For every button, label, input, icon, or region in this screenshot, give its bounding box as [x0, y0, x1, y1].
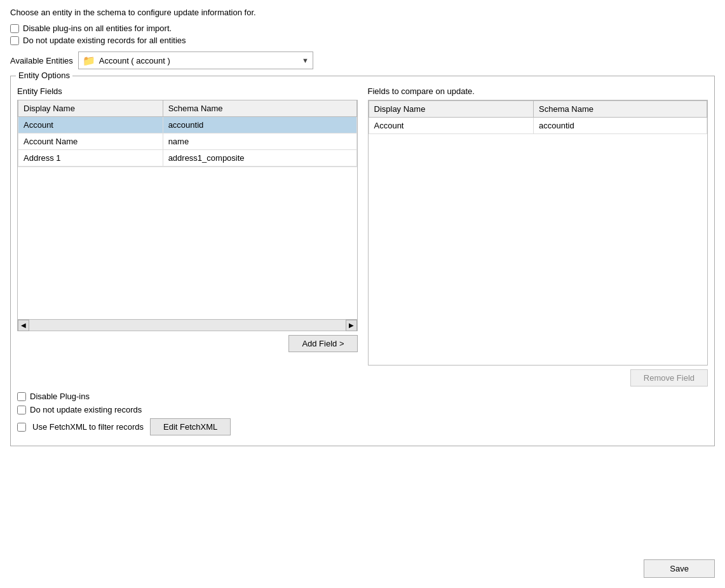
scroll-track[interactable]	[29, 320, 346, 331]
chevron-down-icon: ▼	[302, 57, 309, 64]
entity-bottom-options: Disable Plug-ins Do not update existing …	[17, 392, 708, 435]
schema-name-cell: address1_composite	[163, 150, 356, 167]
entity-fields-table: Display Name Schema Name Accountaccounti…	[18, 100, 357, 167]
scroll-right-arrow[interactable]: ▶	[346, 320, 357, 331]
compare-fields-section: Fields to compare on update. Display Nam…	[368, 86, 708, 386]
disable-plugins-all-label: Disable plug-ins on all entities for imp…	[23, 24, 172, 33]
compare-fields-label: Fields to compare on update.	[368, 86, 708, 96]
disable-plugins-all-checkbox[interactable]	[10, 24, 19, 33]
do-not-update-all-label: Do not update existing records for all e…	[23, 36, 186, 45]
folder-icon: 📁	[83, 55, 95, 67]
entity-dropdown-text: Account ( account )	[99, 56, 298, 65]
do-not-update-row: Do not update existing records	[17, 405, 708, 414]
table-row[interactable]: Accountaccountid	[18, 117, 357, 133]
table-row[interactable]: Account Namename	[18, 133, 357, 150]
disable-plugins-row: Disable Plug-ins	[17, 392, 708, 401]
main-container: Choose an entity in the schema to config…	[0, 0, 725, 460]
intro-text: Choose an entity in the schema to config…	[10, 8, 715, 17]
entity-fields-label: Entity Fields	[17, 86, 358, 96]
edit-fetchxml-button[interactable]: Edit FetchXML	[150, 418, 231, 435]
compare-fields-tbody: Accountaccountid	[369, 118, 707, 134]
entity-options-group: Entity Options Entity Fields Display Nam…	[10, 76, 715, 446]
remove-field-button[interactable]: Remove Field	[630, 369, 708, 386]
table-row[interactable]: Address 1address1_composite	[18, 150, 357, 167]
display-name-cell: Account	[369, 118, 534, 134]
do-not-update-all-row: Do not update existing records for all e…	[10, 36, 715, 45]
do-not-update-all-checkbox[interactable]	[10, 36, 19, 45]
do-not-update-label: Do not update existing records	[30, 405, 142, 414]
right-table-wrapper: Display Name Schema Name Accountaccounti…	[368, 100, 708, 366]
disable-plugins-label: Disable Plug-ins	[30, 392, 90, 401]
entity-dropdown[interactable]: 📁 Account ( account ) ▼	[78, 51, 313, 69]
disable-plugins-checkbox[interactable]	[17, 392, 26, 401]
left-table-wrapper: Display Name Schema Name Accountaccounti…	[17, 100, 358, 320]
use-fetchxml-label: Use FetchXML to filter records	[32, 422, 144, 432]
entity-fields-section: Entity Fields Display Name Schema Name A…	[17, 86, 358, 386]
entity-options-legend: Entity Options	[16, 71, 72, 80]
remove-field-row: Remove Field	[368, 369, 708, 386]
compare-fields-header-row: Display Name Schema Name	[369, 101, 707, 118]
display-name-cell: Account	[18, 117, 163, 133]
available-entities-label: Available Entities	[10, 56, 73, 65]
entity-fields-header-row: Display Name Schema Name	[18, 100, 357, 117]
save-button[interactable]: Save	[644, 559, 715, 578]
columns-container: Entity Fields Display Name Schema Name A…	[17, 86, 708, 386]
use-fetchxml-checkbox[interactable]	[17, 423, 26, 432]
footer-area: Save	[644, 559, 715, 578]
display-name-cell: Address 1	[18, 150, 163, 167]
entity-fields-schema-name-header: Schema Name	[163, 100, 356, 117]
add-field-row: Add Field >	[17, 335, 358, 352]
entity-fields-tbody: AccountaccountidAccount NamenameAddress …	[18, 117, 357, 167]
schema-name-cell: name	[163, 133, 356, 150]
use-fetchxml-row: Use FetchXML to filter records Edit Fetc…	[17, 418, 708, 435]
schema-name-cell: accountid	[534, 118, 707, 134]
compare-display-name-header: Display Name	[369, 101, 534, 118]
do-not-update-checkbox[interactable]	[17, 406, 26, 414]
compare-schema-name-header: Schema Name	[534, 101, 707, 118]
schema-name-cell: accountid	[163, 117, 356, 133]
table-row[interactable]: Accountaccountid	[369, 118, 707, 134]
horizontal-scrollbar[interactable]: ◀ ▶	[17, 320, 358, 331]
add-field-button[interactable]: Add Field >	[288, 335, 357, 352]
disable-plugins-all-row: Disable plug-ins on all entities for imp…	[10, 24, 715, 33]
display-name-cell: Account Name	[18, 133, 163, 150]
compare-fields-table: Display Name Schema Name Accountaccounti…	[369, 100, 708, 134]
available-entities-row: Available Entities 📁 Account ( account )…	[10, 51, 715, 69]
scroll-left-arrow[interactable]: ◀	[18, 320, 29, 331]
entity-fields-display-name-header: Display Name	[18, 100, 163, 117]
